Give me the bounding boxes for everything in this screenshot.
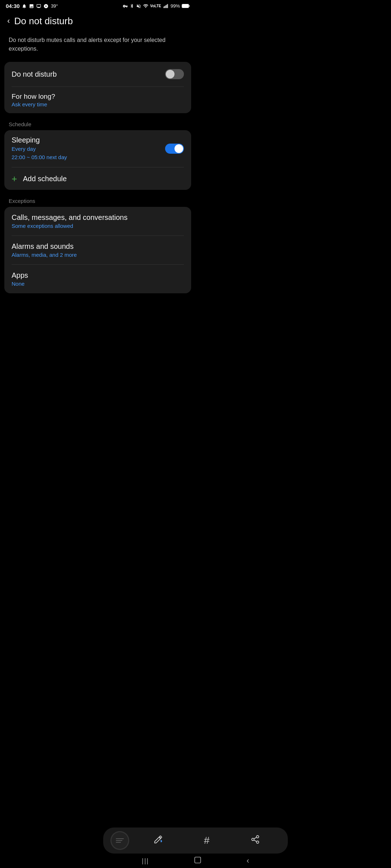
schedule-sleeping-info: Sleeping Every day 22:00 ~ 05:00 next da… (12, 136, 165, 161)
battery-icon (182, 4, 190, 8)
monitor-icon (36, 4, 41, 9)
add-schedule-label: Add schedule (23, 175, 67, 183)
svg-rect-4 (165, 5, 166, 8)
for-how-long-row[interactable]: For how long? Ask every time (4, 87, 191, 113)
calls-exception-title: Calls, messages, and conversations (12, 213, 184, 222)
play-icon (43, 4, 49, 9)
alarms-exception-title: Alarms and sounds (12, 242, 184, 251)
schedule-sleeping-time: 22:00 ~ 05:00 next day (12, 153, 165, 162)
description-text: Do not disturb mutes calls and alerts ex… (0, 30, 196, 62)
svg-rect-8 (189, 5, 189, 7)
alarms-exception-subtitle: Alarms, media, and 2 more (12, 252, 184, 258)
schedule-card: Sleeping Every day 22:00 ~ 05:00 next da… (4, 130, 191, 190)
battery-percent: 99% (171, 3, 180, 9)
page-title: Do not disturb (14, 16, 73, 27)
back-button[interactable]: ‹ (6, 15, 11, 27)
apps-exception-title: Apps (12, 271, 184, 280)
add-schedule-row[interactable]: + Add schedule (4, 167, 191, 190)
sleeping-toggle[interactable] (165, 144, 184, 154)
schedule-sleeping-title: Sleeping (12, 136, 165, 144)
status-time: 04:30 (6, 3, 20, 9)
exceptions-card: Calls, messages, and conversations Some … (4, 207, 191, 293)
status-right: VoLTE 99% (123, 3, 190, 9)
dnd-toggle-label: Do not disturb (12, 70, 57, 78)
svg-rect-3 (164, 6, 165, 8)
status-bar: 04:30 39° VoLTE 99% (0, 0, 196, 10)
sleeping-toggle-knob (175, 144, 183, 153)
for-how-long-title: For how long? (12, 93, 184, 101)
dnd-toggle[interactable] (165, 69, 184, 79)
volte-icon: VoLTE (150, 4, 161, 8)
apps-exception-subtitle: None (12, 281, 184, 287)
key-icon (123, 4, 128, 9)
schedule-section-label: Schedule (0, 115, 196, 130)
header: ‹ Do not disturb (0, 10, 196, 30)
dnd-card: Do not disturb For how long? Ask every t… (4, 62, 191, 113)
schedule-sleeping-row[interactable]: Sleeping Every day 22:00 ~ 05:00 next da… (4, 130, 191, 167)
signal-icon (163, 4, 169, 9)
wifi-icon (143, 3, 148, 9)
calls-exception-row[interactable]: Calls, messages, and conversations Some … (4, 207, 191, 235)
svg-rect-9 (182, 5, 188, 8)
svg-rect-2 (164, 7, 164, 8)
photo-icon (29, 4, 34, 9)
alarms-exception-row[interactable]: Alarms and sounds Alarms, media, and 2 m… (4, 236, 191, 264)
add-schedule-icon: + (12, 174, 17, 183)
calls-exception-subtitle: Some exceptions allowed (12, 223, 184, 229)
schedule-sleeping-days: Every day (12, 145, 165, 153)
status-left: 04:30 39° (6, 3, 58, 9)
svg-rect-6 (167, 4, 168, 8)
dnd-toggle-knob (166, 70, 175, 78)
for-how-long-subtitle: Ask every time (12, 101, 184, 107)
bluetooth-icon (130, 4, 134, 8)
svg-rect-5 (166, 4, 167, 8)
apps-exception-row[interactable]: Apps None (4, 265, 191, 293)
mute-icon (136, 4, 141, 9)
temperature: 39° (51, 3, 58, 9)
notification-icon (22, 4, 27, 9)
exceptions-section-label: Exceptions (0, 191, 196, 207)
dnd-toggle-row[interactable]: Do not disturb (4, 62, 191, 86)
